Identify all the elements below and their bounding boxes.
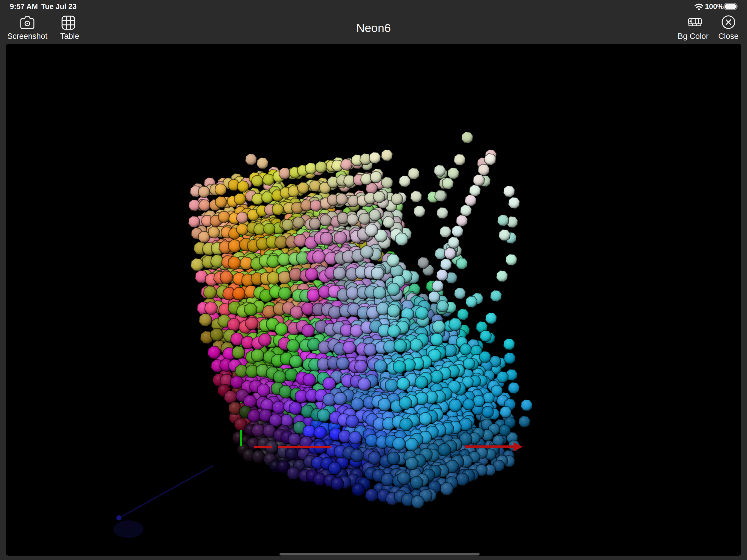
svg-text:100%: 100% [705, 2, 724, 11]
svg-text:9:57 AM: 9:57 AM [10, 2, 38, 11]
svg-text:Screenshot: Screenshot [7, 32, 48, 41]
svg-text:Tue Jul 23: Tue Jul 23 [41, 2, 77, 11]
svg-text:Neon6: Neon6 [356, 21, 391, 34]
svg-text:Table: Table [60, 32, 79, 41]
svg-text:Bg Color: Bg Color [678, 32, 709, 41]
svg-text:Close: Close [718, 32, 739, 41]
